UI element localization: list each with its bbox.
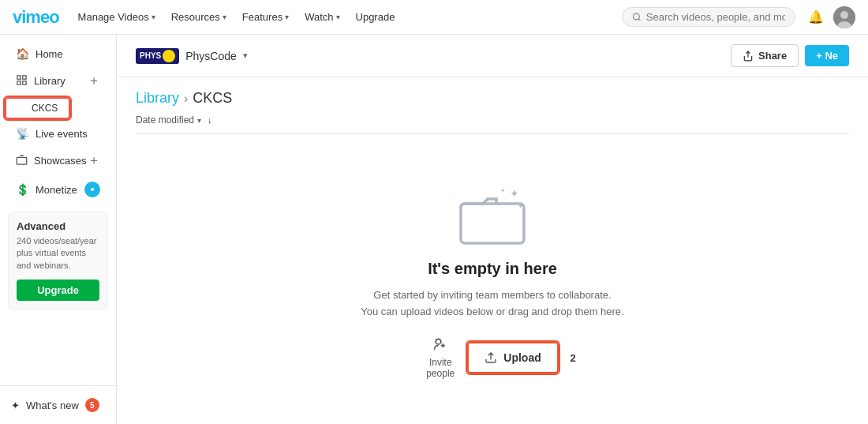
advanced-title: Advanced [17,220,99,232]
avatar[interactable] [833,6,855,28]
content-header: PHYS PhysCode ▾ Share + Ne [117,35,868,77]
sidebar-bottom: ✦ What's new 5 [0,385,116,418]
content-area: PHYS PhysCode ▾ Share + Ne Library › CKC… [117,35,868,424]
library-icon [16,74,28,88]
breadcrumb-bar: Library › CKCS [117,77,868,114]
empty-description: Get started by inviting team members to … [361,287,623,321]
empty-state: ✦ ✦ ✦ It's empty in here Get started by … [117,134,868,424]
sort-bar: Date modified ▾ ↓ [117,114,868,133]
svg-rect-6 [23,75,26,78]
advanced-box: Advanced 240 videos/seat/year plus virtu… [8,212,108,310]
empty-folder-icon: ✦ ✦ ✦ [449,179,536,250]
breadcrumb-separator: › [184,92,188,106]
svg-point-10 [91,188,94,191]
invite-people-button[interactable]: Invitepeople [426,336,455,379]
workspace-chevron-icon: ▾ [243,51,248,61]
chevron-down-icon: ▾ [285,13,289,21]
empty-actions: Invitepeople Upload 2 [426,336,559,379]
chevron-down-icon: ▾ [152,13,155,21]
features-menu[interactable]: Features ▾ [236,8,295,26]
whats-new-item[interactable]: ✦ What's new 5 [0,392,116,418]
header-actions: Share + Ne [731,44,849,67]
breadcrumb: Library › CKCS [136,90,232,107]
svg-point-15 [436,339,441,344]
vimeo-logo: vimeo [13,7,59,28]
topnav-right: 🔔 [808,6,855,28]
monetize-icon: 💲 [16,183,29,196]
svg-rect-11 [461,204,524,243]
sort-chevron-icon: ▾ [197,116,201,125]
sidebar: 🏠 Home Library ＋ CKCS 1 📡 Live events [0,35,117,424]
manage-videos-menu[interactable]: Manage Videos ▾ [72,8,162,26]
upload-icon [485,351,497,364]
whats-new-badge: 5 [85,398,99,412]
sidebar-item-home[interactable]: 🏠 Home [5,42,111,66]
main-layout: 🏠 Home Library ＋ CKCS 1 📡 Live events [0,35,868,424]
chevron-down-icon: ▾ [223,13,226,21]
svg-rect-5 [17,75,21,78]
svg-text:✦: ✦ [510,187,519,200]
svg-text:✦: ✦ [500,187,506,194]
watch-menu[interactable]: Watch ▾ [298,8,346,26]
advanced-desc: 240 videos/seat/year plus virtual events… [17,235,99,272]
chevron-down-icon: ▾ [336,13,340,21]
live-events-icon: 📡 [16,127,29,140]
upgrade-link[interactable]: Upgrade [350,8,402,26]
share-button[interactable]: Share [731,44,799,67]
share-icon [743,51,754,62]
sort-button[interactable]: Date modified ▾ [136,114,201,126]
top-nav: vimeo Manage Videos ▾ Resources ▾ Featur… [0,0,868,35]
svg-text:✦: ✦ [518,202,524,210]
add-library-icon[interactable]: ＋ [88,73,100,89]
breadcrumb-library[interactable]: Library [136,90,179,107]
add-showcase-icon[interactable]: ＋ [88,152,100,169]
home-icon: 🏠 [16,47,29,60]
new-button[interactable]: + Ne [805,45,849,66]
annotation-2: 2 [571,351,576,363]
search-icon [632,12,642,22]
workspace-name: PhysCode [185,50,237,62]
workspace-circle-icon [163,50,175,62]
svg-rect-7 [17,81,21,84]
search-bar[interactable] [622,7,795,27]
svg-rect-9 [17,157,27,164]
sidebar-item-live-events[interactable]: 📡 Live events [5,122,111,145]
sidebar-item-library[interactable]: Library ＋ [5,67,111,95]
svg-line-1 [638,19,640,21]
resources-menu[interactable]: Resources ▾ [165,8,233,26]
showcases-icon [16,154,28,168]
svg-rect-8 [23,81,26,84]
upload-button[interactable]: Upload [467,342,558,373]
search-input[interactable] [646,11,785,23]
monetize-toggle[interactable] [84,182,100,197]
sort-direction-icon: ↓ [208,115,212,125]
workspace-selector[interactable]: PHYS PhysCode ▾ [136,48,248,64]
workspace-logo: PHYS [136,48,179,64]
sidebar-item-ckcs[interactable]: CKCS [5,97,70,119]
svg-point-0 [633,13,639,20]
sparkle-icon: ✦ [11,400,20,411]
breadcrumb-current: CKCS [193,90,232,107]
bell-icon[interactable]: 🔔 [808,9,824,24]
invite-icon [432,336,448,352]
sidebar-item-showcases[interactable]: Showcases ＋ [5,147,111,174]
svg-point-3 [840,11,848,19]
empty-title: It's empty in here [428,260,557,278]
upgrade-button[interactable]: Upgrade [17,280,99,301]
sidebar-item-monetize[interactable]: 💲 Monetize [5,176,111,203]
